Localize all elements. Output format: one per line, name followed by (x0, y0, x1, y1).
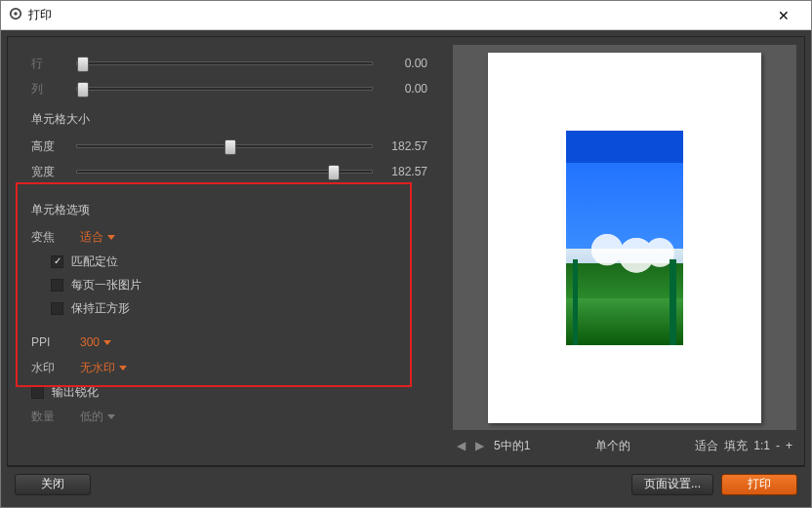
chevron-down-icon (103, 340, 111, 345)
zoom-ratio[interactable]: 1:1 (753, 439, 770, 452)
prev-page-button[interactable]: ◀ (457, 439, 466, 452)
zoom-in-button[interactable]: + (786, 439, 792, 452)
width-value: 182.57 (381, 165, 427, 178)
align-checkbox[interactable] (51, 255, 63, 268)
window-title: 打印 (28, 7, 52, 23)
watermark-dropdown[interactable]: 无水印 (80, 360, 127, 376)
watermark-value: 无水印 (80, 360, 115, 376)
output-sharpen-label: 输出锐化 (52, 384, 99, 401)
height-slider[interactable] (76, 144, 373, 148)
preview-panel: ◀ ▶ 5中的1 单个的 适合 填充 1:1 - + (449, 41, 800, 461)
amount-dropdown[interactable]: 低的 (80, 409, 115, 425)
output-sharpen-checkbox[interactable] (31, 386, 44, 399)
watermark-label: 水印 (31, 360, 80, 376)
zoom-out-button[interactable]: - (776, 439, 780, 452)
one-per-page-checkbox[interactable] (51, 279, 63, 292)
zoom-dropdown[interactable]: 适合 (80, 229, 115, 246)
ppi-label: PPI (31, 335, 80, 349)
align-label: 匹配定位 (71, 254, 118, 270)
app-icon (9, 7, 22, 24)
height-value: 182.57 (381, 139, 427, 153)
chevron-down-icon (107, 414, 115, 419)
cell-options-title: 单元格选项 (31, 202, 427, 218)
cell-size-title: 单元格大小 (31, 111, 427, 128)
col-label: 列 (31, 81, 68, 98)
amount-value: 低的 (80, 409, 103, 425)
amount-label: 数量 (31, 409, 80, 425)
height-label: 高度 (31, 138, 68, 155)
print-button[interactable]: 打印 (721, 474, 797, 495)
ppi-dropdown[interactable]: 300 (80, 335, 111, 349)
page-counter: 5中的1 (494, 438, 530, 454)
chevron-down-icon (107, 235, 115, 240)
close-icon[interactable]: ✕ (764, 1, 803, 30)
preview-area (453, 45, 796, 430)
fit-button[interactable]: 适合 (695, 438, 718, 454)
col-slider[interactable] (76, 87, 373, 91)
zoom-value: 适合 (80, 229, 103, 246)
fill-button[interactable]: 填充 (724, 438, 748, 454)
row-label: 行 (31, 56, 68, 72)
svg-point-1 (14, 12, 18, 16)
close-button[interactable]: 关闭 (15, 474, 91, 495)
keep-square-checkbox[interactable] (51, 302, 63, 315)
ppi-value: 300 (80, 335, 100, 349)
keep-square-label: 保持正方形 (71, 300, 130, 317)
mode-label[interactable]: 单个的 (595, 438, 630, 454)
page-setup-button[interactable]: 页面设置... (631, 474, 713, 495)
col-value: 0.00 (381, 82, 427, 96)
chevron-down-icon (119, 366, 127, 371)
next-page-button[interactable]: ▶ (475, 439, 484, 452)
row-value: 0.00 (381, 57, 427, 70)
zoom-label: 变焦 (31, 229, 80, 246)
width-slider[interactable] (76, 170, 373, 174)
paper-preview (488, 53, 761, 423)
one-per-page-label: 每页一张图片 (71, 277, 142, 293)
row-slider[interactable] (76, 61, 373, 65)
settings-panel: 行 0.00 列 0.00 单元格大小 (12, 41, 443, 461)
photo-preview (566, 131, 683, 345)
width-label: 宽度 (31, 164, 68, 180)
